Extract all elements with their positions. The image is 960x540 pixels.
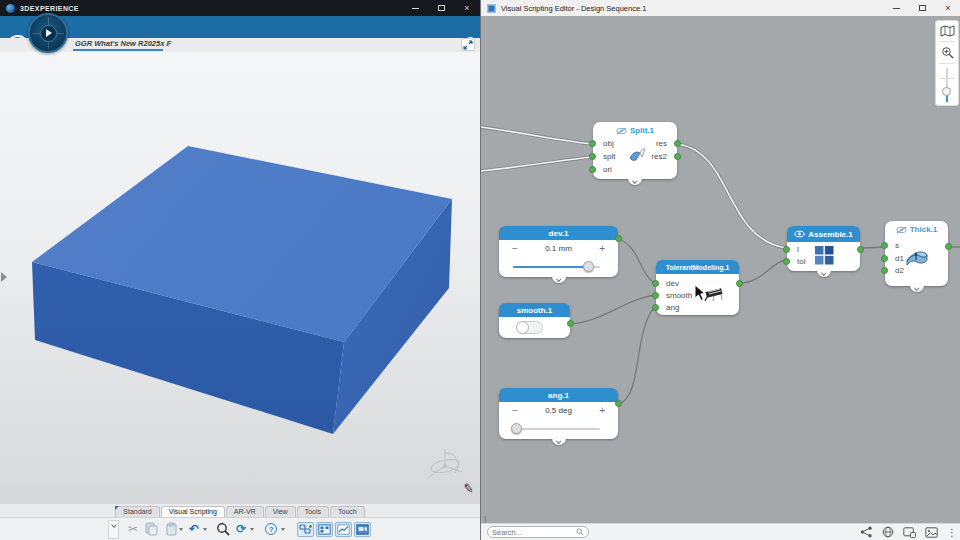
node-ang[interactable]: ang.1 − 0.5 deg +: [499, 388, 618, 439]
help-button[interactable]: ?: [262, 519, 280, 539]
ang-value[interactable]: 0.5 deg: [524, 406, 593, 415]
3d-model-pad: [0, 52, 480, 504]
zoom-fit-icon[interactable]: [941, 46, 954, 59]
copy-button[interactable]: [141, 519, 161, 539]
visibility-off-icon[interactable]: [616, 127, 627, 135]
close-button[interactable]: ×: [454, 0, 480, 16]
script-canvas[interactable]: Split.1 obj splt ori res res2: [481, 16, 960, 523]
node-assemble[interactable]: Assemble.1 l tol: [787, 226, 860, 271]
node-thick[interactable]: Thick.1 s d1 d2: [885, 221, 948, 286]
port-splt[interactable]: [589, 153, 596, 160]
visibility-off-icon[interactable]: [896, 226, 907, 234]
tab-ar-vr[interactable]: AR-VR: [226, 506, 264, 517]
port-s[interactable]: [881, 242, 888, 249]
paste-dropdown-icon[interactable]: [179, 528, 183, 531]
update-dropdown-icon[interactable]: [250, 528, 254, 531]
zoom-slider[interactable]: [946, 68, 948, 102]
port-smooth-in[interactable]: [652, 292, 659, 299]
tab-tools[interactable]: Tools: [297, 506, 329, 517]
chevron-down-icon: [556, 438, 561, 443]
ang-slider[interactable]: [513, 428, 600, 430]
maximize-button[interactable]: [428, 0, 454, 16]
paste-button[interactable]: [161, 519, 186, 539]
minimize-button[interactable]: [402, 0, 428, 16]
maximize-button[interactable]: [909, 0, 935, 16]
tab-visual-scripting[interactable]: Visual Scripting: [161, 506, 225, 517]
sketch-pencil-icon[interactable]: ✎: [462, 480, 475, 496]
3dexperience-compass[interactable]: [28, 13, 68, 53]
image-icon[interactable]: [925, 527, 938, 538]
undo-button[interactable]: ↶: [186, 519, 202, 539]
divider: [939, 41, 955, 42]
insert-node-button[interactable]: [297, 522, 314, 537]
chevron-down-icon: [111, 522, 117, 528]
port-d1[interactable]: [881, 255, 888, 262]
tab-standard[interactable]: Standard: [115, 506, 159, 517]
search-icon[interactable]: [576, 527, 584, 537]
slider-handle[interactable]: [583, 261, 594, 272]
smooth-toggle[interactable]: [516, 321, 543, 334]
dev-value[interactable]: 0.1 mm: [524, 244, 593, 253]
port-res2[interactable]: [674, 153, 681, 160]
port-thick-out[interactable]: [945, 243, 952, 250]
dev-slider[interactable]: [513, 266, 600, 268]
minimize-button[interactable]: [883, 0, 909, 16]
port-tolerant-out[interactable]: [736, 280, 743, 287]
panel-settings-icon[interactable]: [903, 527, 916, 538]
zoom-button[interactable]: [213, 519, 233, 539]
node-smooth[interactable]: smooth.1: [499, 303, 570, 338]
port-ori[interactable]: [589, 166, 596, 173]
search-box[interactable]: [487, 526, 589, 538]
port-l[interactable]: [783, 246, 790, 253]
node-tolerant-modeling[interactable]: TolerantModeling.1 dev smooth ang: [656, 260, 739, 315]
chart-view-button[interactable]: [335, 522, 352, 537]
screenplay-button[interactable]: [354, 522, 371, 537]
minimize-icon: [412, 8, 419, 9]
port-ang-in[interactable]: [652, 304, 659, 311]
port-obj[interactable]: [589, 140, 596, 147]
undo-dropdown-icon[interactable]: [203, 528, 207, 531]
port-dev-in[interactable]: [652, 280, 659, 287]
help-dropdown-icon[interactable]: [281, 528, 285, 531]
decrement-button[interactable]: −: [512, 243, 524, 254]
port-dev-out[interactable]: [615, 235, 622, 242]
increment-button[interactable]: +: [593, 405, 605, 416]
panel-collapse-button[interactable]: [485, 517, 491, 521]
close-button[interactable]: ×: [935, 0, 960, 16]
divider: [939, 63, 955, 64]
tab-view[interactable]: View: [265, 506, 296, 517]
node-editor-button[interactable]: [316, 522, 333, 537]
3d-viewport[interactable]: ✎: [0, 52, 480, 504]
new-tab-button[interactable]: +: [166, 39, 171, 49]
slider-handle[interactable]: [511, 423, 522, 434]
port-smooth-out[interactable]: [567, 320, 574, 327]
panel-expander-icon[interactable]: [1, 272, 7, 282]
node-dev[interactable]: dev.1 − 0.1 mm +: [499, 226, 618, 277]
expand-layout-button[interactable]: [461, 38, 475, 51]
port-assemble-out[interactable]: [857, 246, 864, 253]
overview-map-icon[interactable]: [940, 25, 955, 37]
more-options-button[interactable]: ⋮: [947, 527, 957, 538]
search-input[interactable]: [492, 528, 576, 537]
port-label-d1: d1: [895, 254, 904, 263]
toolbar-collapse-button[interactable]: [108, 520, 119, 539]
port-d2[interactable]: [881, 267, 888, 274]
port-label-splt: splt: [603, 152, 615, 161]
port-ang-out[interactable]: [615, 400, 622, 407]
visibility-on-icon[interactable]: [794, 230, 805, 238]
globe-settings-icon[interactable]: [882, 526, 894, 538]
share-icon[interactable]: [860, 526, 873, 538]
port-label-l: l: [797, 245, 799, 254]
port-tol[interactable]: [783, 258, 790, 265]
slider-handle[interactable]: [942, 87, 951, 96]
decrement-button[interactable]: −: [512, 405, 524, 416]
document-tab[interactable]: GGR What's New R2025x F: [75, 39, 171, 48]
tab-touch[interactable]: Touch: [330, 506, 365, 517]
node-split[interactable]: Split.1 obj splt ori res res2: [593, 122, 677, 179]
port-res[interactable]: [674, 140, 681, 147]
right-window-title: Visual Scripting Editor - Design Sequenc…: [501, 4, 646, 13]
compass-play-button[interactable]: [40, 25, 57, 42]
cut-button[interactable]: ✂: [125, 519, 141, 539]
update-button[interactable]: ⟳: [233, 519, 249, 539]
increment-button[interactable]: +: [593, 243, 605, 254]
